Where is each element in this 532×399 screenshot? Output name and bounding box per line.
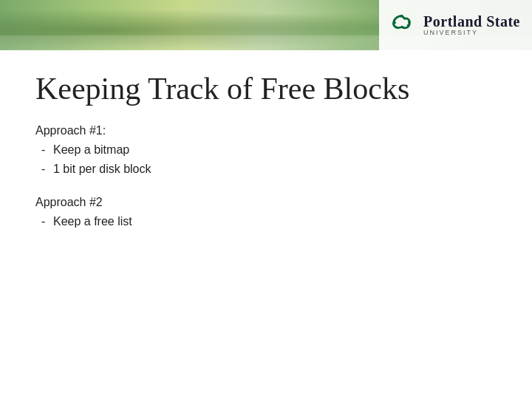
approach1-list: Keep a bitmap 1 bit per disk block xyxy=(35,140,497,178)
slide-content: Keeping Track of Free Blocks Approach #1… xyxy=(0,50,532,267)
approach1-block: Approach #1: Keep a bitmap 1 bit per dis… xyxy=(35,124,497,178)
approach1-item-2: 1 bit per disk block xyxy=(35,160,497,179)
slide-title: Keeping Track of Free Blocks xyxy=(35,71,497,106)
approach2-block: Approach #2 Keep a free list xyxy=(35,196,497,231)
logo-area: Portland State University xyxy=(379,0,532,50)
approach2-item-1: Keep a free list xyxy=(35,212,497,231)
psu-logo-icon xyxy=(388,11,416,39)
psu-sub: University xyxy=(423,30,520,37)
psu-name: Portland State xyxy=(423,13,520,30)
approach1-heading: Approach #1: xyxy=(35,124,497,137)
approach2-heading: Approach #2 xyxy=(35,196,497,209)
approach2-list: Keep a free list xyxy=(35,212,497,231)
approach1-item-1: Keep a bitmap xyxy=(35,140,497,160)
psu-text-block: Portland State University xyxy=(423,13,520,37)
header-banner: Portland State University xyxy=(0,0,532,50)
